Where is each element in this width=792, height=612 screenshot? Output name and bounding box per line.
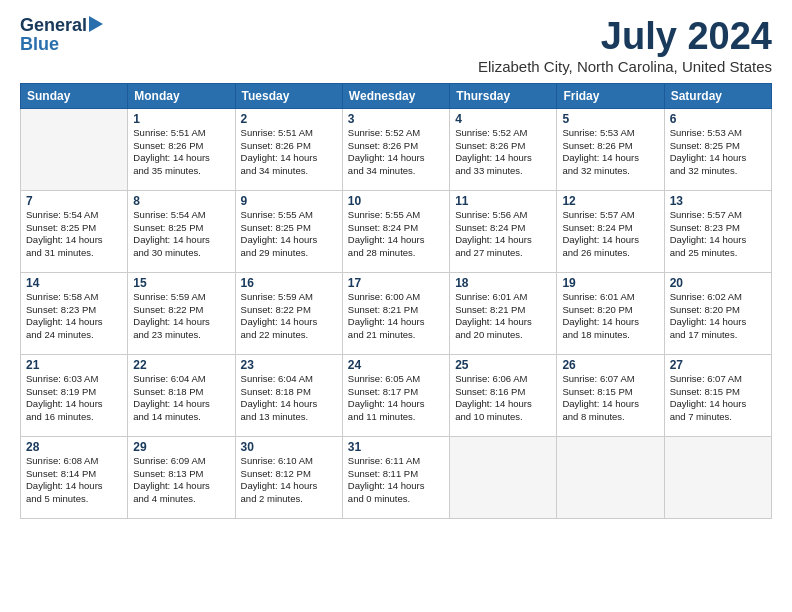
day-number: 26 [562, 358, 658, 372]
table-row: 2Sunrise: 5:51 AM Sunset: 8:26 PM Daylig… [235, 108, 342, 190]
day-number: 27 [670, 358, 766, 372]
day-number: 2 [241, 112, 337, 126]
table-row: 25Sunrise: 6:06 AM Sunset: 8:16 PM Dayli… [450, 354, 557, 436]
day-number: 21 [26, 358, 122, 372]
day-info: Sunrise: 5:54 AM Sunset: 8:25 PM Dayligh… [133, 209, 229, 260]
day-info: Sunrise: 6:05 AM Sunset: 8:17 PM Dayligh… [348, 373, 444, 424]
table-row: 9Sunrise: 5:55 AM Sunset: 8:25 PM Daylig… [235, 190, 342, 272]
day-info: Sunrise: 5:53 AM Sunset: 8:26 PM Dayligh… [562, 127, 658, 178]
table-row: 6Sunrise: 5:53 AM Sunset: 8:25 PM Daylig… [664, 108, 771, 190]
day-info: Sunrise: 5:58 AM Sunset: 8:23 PM Dayligh… [26, 291, 122, 342]
header-sunday: Sunday [21, 83, 128, 108]
day-info: Sunrise: 5:55 AM Sunset: 8:24 PM Dayligh… [348, 209, 444, 260]
title-area: July 2024 Elizabeth City, North Carolina… [478, 16, 772, 75]
table-row: 23Sunrise: 6:04 AM Sunset: 8:18 PM Dayli… [235, 354, 342, 436]
header-thursday: Thursday [450, 83, 557, 108]
table-row: 31Sunrise: 6:11 AM Sunset: 8:11 PM Dayli… [342, 436, 449, 518]
day-info: Sunrise: 6:04 AM Sunset: 8:18 PM Dayligh… [241, 373, 337, 424]
table-row: 19Sunrise: 6:01 AM Sunset: 8:20 PM Dayli… [557, 272, 664, 354]
day-number: 15 [133, 276, 229, 290]
day-number: 16 [241, 276, 337, 290]
table-row: 3Sunrise: 5:52 AM Sunset: 8:26 PM Daylig… [342, 108, 449, 190]
month-year-title: July 2024 [478, 16, 772, 58]
day-info: Sunrise: 6:03 AM Sunset: 8:19 PM Dayligh… [26, 373, 122, 424]
table-row: 5Sunrise: 5:53 AM Sunset: 8:26 PM Daylig… [557, 108, 664, 190]
table-row: 22Sunrise: 6:04 AM Sunset: 8:18 PM Dayli… [128, 354, 235, 436]
header-wednesday: Wednesday [342, 83, 449, 108]
day-number: 6 [670, 112, 766, 126]
table-row [450, 436, 557, 518]
header-saturday: Saturday [664, 83, 771, 108]
day-info: Sunrise: 6:07 AM Sunset: 8:15 PM Dayligh… [562, 373, 658, 424]
table-row: 12Sunrise: 5:57 AM Sunset: 8:24 PM Dayli… [557, 190, 664, 272]
day-info: Sunrise: 5:55 AM Sunset: 8:25 PM Dayligh… [241, 209, 337, 260]
day-info: Sunrise: 5:57 AM Sunset: 8:24 PM Dayligh… [562, 209, 658, 260]
day-info: Sunrise: 6:00 AM Sunset: 8:21 PM Dayligh… [348, 291, 444, 342]
day-number: 20 [670, 276, 766, 290]
day-number: 9 [241, 194, 337, 208]
table-row: 29Sunrise: 6:09 AM Sunset: 8:13 PM Dayli… [128, 436, 235, 518]
day-number: 19 [562, 276, 658, 290]
day-number: 8 [133, 194, 229, 208]
day-info: Sunrise: 5:54 AM Sunset: 8:25 PM Dayligh… [26, 209, 122, 260]
day-info: Sunrise: 6:10 AM Sunset: 8:12 PM Dayligh… [241, 455, 337, 506]
day-info: Sunrise: 6:11 AM Sunset: 8:11 PM Dayligh… [348, 455, 444, 506]
table-row: 30Sunrise: 6:10 AM Sunset: 8:12 PM Dayli… [235, 436, 342, 518]
day-number: 14 [26, 276, 122, 290]
day-number: 13 [670, 194, 766, 208]
logo-general: General [20, 16, 87, 34]
header-monday: Monday [128, 83, 235, 108]
table-row: 28Sunrise: 6:08 AM Sunset: 8:14 PM Dayli… [21, 436, 128, 518]
day-number: 11 [455, 194, 551, 208]
day-number: 4 [455, 112, 551, 126]
day-number: 10 [348, 194, 444, 208]
table-row: 8Sunrise: 5:54 AM Sunset: 8:25 PM Daylig… [128, 190, 235, 272]
day-info: Sunrise: 5:53 AM Sunset: 8:25 PM Dayligh… [670, 127, 766, 178]
day-number: 24 [348, 358, 444, 372]
day-info: Sunrise: 5:52 AM Sunset: 8:26 PM Dayligh… [455, 127, 551, 178]
day-number: 17 [348, 276, 444, 290]
day-info: Sunrise: 5:52 AM Sunset: 8:26 PM Dayligh… [348, 127, 444, 178]
day-info: Sunrise: 5:51 AM Sunset: 8:26 PM Dayligh… [133, 127, 229, 178]
day-info: Sunrise: 5:59 AM Sunset: 8:22 PM Dayligh… [241, 291, 337, 342]
table-row [664, 436, 771, 518]
table-row: 27Sunrise: 6:07 AM Sunset: 8:15 PM Dayli… [664, 354, 771, 436]
day-number: 25 [455, 358, 551, 372]
day-info: Sunrise: 5:59 AM Sunset: 8:22 PM Dayligh… [133, 291, 229, 342]
logo-arrow-icon [89, 16, 103, 32]
table-row: 1Sunrise: 5:51 AM Sunset: 8:26 PM Daylig… [128, 108, 235, 190]
day-number: 12 [562, 194, 658, 208]
calendar-table: Sunday Monday Tuesday Wednesday Thursday… [20, 83, 772, 519]
table-row: 11Sunrise: 5:56 AM Sunset: 8:24 PM Dayli… [450, 190, 557, 272]
day-number: 28 [26, 440, 122, 454]
table-row: 4Sunrise: 5:52 AM Sunset: 8:26 PM Daylig… [450, 108, 557, 190]
day-number: 7 [26, 194, 122, 208]
table-row: 16Sunrise: 5:59 AM Sunset: 8:22 PM Dayli… [235, 272, 342, 354]
page-container: General Blue July 2024 Elizabeth City, N… [0, 0, 792, 529]
table-row: 13Sunrise: 5:57 AM Sunset: 8:23 PM Dayli… [664, 190, 771, 272]
table-row: 15Sunrise: 5:59 AM Sunset: 8:22 PM Dayli… [128, 272, 235, 354]
day-info: Sunrise: 6:01 AM Sunset: 8:21 PM Dayligh… [455, 291, 551, 342]
day-info: Sunrise: 5:57 AM Sunset: 8:23 PM Dayligh… [670, 209, 766, 260]
table-row: 21Sunrise: 6:03 AM Sunset: 8:19 PM Dayli… [21, 354, 128, 436]
day-info: Sunrise: 6:09 AM Sunset: 8:13 PM Dayligh… [133, 455, 229, 506]
day-info: Sunrise: 5:56 AM Sunset: 8:24 PM Dayligh… [455, 209, 551, 260]
table-row [21, 108, 128, 190]
table-row: 20Sunrise: 6:02 AM Sunset: 8:20 PM Dayli… [664, 272, 771, 354]
header: General Blue July 2024 Elizabeth City, N… [20, 16, 772, 75]
day-info: Sunrise: 6:04 AM Sunset: 8:18 PM Dayligh… [133, 373, 229, 424]
logo-blue: Blue [20, 34, 59, 55]
header-tuesday: Tuesday [235, 83, 342, 108]
logo-text: General [20, 16, 103, 34]
table-row: 10Sunrise: 5:55 AM Sunset: 8:24 PM Dayli… [342, 190, 449, 272]
day-info: Sunrise: 6:08 AM Sunset: 8:14 PM Dayligh… [26, 455, 122, 506]
day-number: 3 [348, 112, 444, 126]
day-number: 29 [133, 440, 229, 454]
day-number: 18 [455, 276, 551, 290]
table-row: 26Sunrise: 6:07 AM Sunset: 8:15 PM Dayli… [557, 354, 664, 436]
day-number: 30 [241, 440, 337, 454]
day-info: Sunrise: 6:07 AM Sunset: 8:15 PM Dayligh… [670, 373, 766, 424]
table-row: 24Sunrise: 6:05 AM Sunset: 8:17 PM Dayli… [342, 354, 449, 436]
table-row [557, 436, 664, 518]
day-info: Sunrise: 6:06 AM Sunset: 8:16 PM Dayligh… [455, 373, 551, 424]
